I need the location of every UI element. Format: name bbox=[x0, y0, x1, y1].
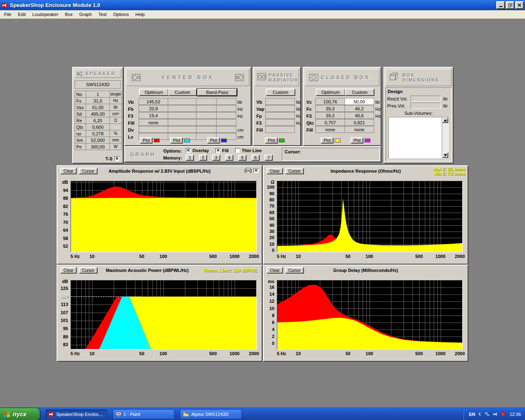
param-value[interactable]: cm² bbox=[110, 110, 122, 117]
param-value[interactable]: 0,707 bbox=[315, 119, 345, 126]
menu-item-graph[interactable]: Graph bbox=[76, 11, 95, 18]
print-icon[interactable] bbox=[244, 168, 252, 173]
close-button[interactable] bbox=[515, 1, 524, 9]
scroll-up-button[interactable] bbox=[442, 117, 448, 123]
pr-custom-button[interactable]: Custom bbox=[266, 89, 295, 96]
param-value[interactable] bbox=[265, 126, 295, 133]
param-value[interactable] bbox=[196, 112, 236, 119]
param-value[interactable]: % bbox=[110, 130, 122, 137]
memory-button-1[interactable]: 1 bbox=[186, 155, 194, 161]
param-value[interactable]: 39,3 bbox=[315, 105, 345, 112]
ts-checkbox[interactable] bbox=[114, 156, 119, 161]
memory-button-4[interactable]: 4 bbox=[225, 155, 233, 161]
taskbar-item-paint[interactable]: 1 - Paint bbox=[113, 409, 174, 419]
param-value[interactable] bbox=[168, 126, 196, 133]
taskbar-item-speakershop[interactable]: SpeakerShop Enclosu... bbox=[46, 409, 107, 419]
param-value[interactable]: 46,2 bbox=[345, 105, 374, 112]
tray-antivirus-icon[interactable] bbox=[501, 412, 505, 416]
vented-custom-button[interactable]: Custom bbox=[168, 89, 197, 96]
power-plot-area[interactable] bbox=[71, 280, 257, 349]
param-value[interactable]: Xm bbox=[75, 137, 86, 144]
param-value[interactable] bbox=[110, 123, 122, 130]
plot-button-closed-optimum[interactable]: Plot bbox=[321, 137, 333, 144]
checkbox-box[interactable] bbox=[235, 148, 240, 153]
param-value[interactable]: single bbox=[110, 91, 122, 98]
checkbox-thin-line[interactable]: Thin Line bbox=[235, 148, 262, 153]
plot-button-vented-optimum[interactable]: Plot bbox=[140, 137, 153, 144]
param-value[interactable]: 1 bbox=[86, 91, 110, 98]
subvolumes-scrollbar[interactable] bbox=[442, 117, 448, 158]
param-value[interactable]: Fs bbox=[75, 97, 86, 104]
memory-button-2[interactable]: 2 bbox=[199, 155, 207, 161]
memory-button-3[interactable]: 3 bbox=[212, 155, 220, 161]
param-value[interactable]: 40,6 bbox=[345, 112, 374, 119]
restore-button[interactable] bbox=[506, 1, 514, 9]
subvolumes-listbox[interactable] bbox=[388, 117, 449, 158]
param-value[interactable] bbox=[168, 119, 196, 126]
param-value[interactable]: 0,821 bbox=[345, 119, 374, 126]
language-indicator[interactable]: EN bbox=[469, 412, 475, 417]
print-checkbox[interactable] bbox=[253, 168, 258, 173]
checkbox-box[interactable] bbox=[186, 148, 191, 153]
param-value[interactable]: none bbox=[139, 119, 168, 126]
param-value[interactable]: 31,0 bbox=[86, 97, 110, 104]
param-value[interactable]: 50,00 bbox=[345, 98, 374, 105]
param-value[interactable] bbox=[265, 119, 295, 126]
plot-button-vented-custom[interactable]: Plot bbox=[170, 137, 183, 144]
param-value[interactable]: 0,278 bbox=[86, 130, 110, 137]
param-value[interactable]: W bbox=[110, 143, 122, 150]
param-value[interactable]: 300,00 bbox=[86, 143, 110, 150]
param-value[interactable]: Pe bbox=[75, 143, 86, 150]
param-value[interactable] bbox=[196, 98, 236, 105]
memory-button-6[interactable]: 6 bbox=[251, 155, 260, 161]
plot-button-vented-bandpass[interactable]: Plot bbox=[207, 137, 220, 144]
param-value[interactable]: Vas bbox=[75, 104, 86, 111]
menu-item-edit[interactable]: Edit bbox=[15, 11, 29, 18]
taskbar-item-alpina-folder[interactable]: Alpina SWS1243D bbox=[180, 409, 242, 419]
param-value[interactable]: Sd bbox=[75, 110, 86, 117]
param-value[interactable] bbox=[168, 112, 196, 119]
param-value[interactable]: 6,20 bbox=[86, 117, 110, 124]
menu-item-test[interactable]: Test bbox=[95, 11, 110, 18]
param-value[interactable] bbox=[168, 105, 196, 112]
scroll-down-button[interactable] bbox=[442, 152, 448, 158]
param-value[interactable]: 0,600 bbox=[86, 123, 110, 130]
memory-button-7[interactable]: 7 bbox=[265, 155, 273, 161]
memory-button-5[interactable]: 5 bbox=[238, 155, 247, 161]
minimize-button[interactable] bbox=[496, 1, 505, 9]
param-value[interactable]: Re bbox=[75, 117, 86, 124]
closed-custom-button[interactable]: Custom bbox=[345, 89, 374, 96]
plot-button-closed-custom[interactable]: Plot bbox=[351, 137, 363, 144]
param-value[interactable] bbox=[265, 105, 295, 112]
param-value[interactable]: none bbox=[345, 126, 374, 133]
param-value[interactable]: No bbox=[75, 91, 86, 98]
param-value[interactable]: 100,76 bbox=[315, 98, 345, 105]
design-label[interactable]: Design bbox=[388, 89, 403, 94]
tray-volume-icon[interactable] bbox=[493, 412, 498, 417]
delay-plot-area[interactable] bbox=[277, 280, 463, 349]
checkbox-box[interactable] bbox=[215, 148, 220, 153]
start-button[interactable]: пуск bbox=[0, 408, 40, 420]
param-value[interactable] bbox=[196, 126, 236, 133]
param-value[interactable]: 145,52 bbox=[139, 98, 168, 105]
plot-button-pr[interactable]: Plot bbox=[265, 137, 278, 144]
menu-item-loudspeaker[interactable]: Loudspeaker bbox=[29, 11, 62, 18]
param-value[interactable]: 52,000 bbox=[86, 137, 110, 144]
vented-bandpass-button[interactable]: Band-Pass bbox=[197, 89, 237, 96]
param-value[interactable]: none bbox=[315, 126, 345, 133]
param-value[interactable]: Qts bbox=[75, 123, 86, 130]
param-value[interactable]: 39,3 bbox=[315, 112, 345, 119]
amplitude-plot-area[interactable] bbox=[71, 181, 257, 252]
menu-item-help[interactable]: Help bbox=[132, 11, 148, 18]
vented-optimum-button[interactable]: Optimum bbox=[139, 89, 169, 96]
checkbox-fill[interactable]: Fill bbox=[215, 148, 228, 153]
param-value[interactable]: mm bbox=[110, 137, 122, 144]
param-value[interactable]: litr bbox=[110, 104, 122, 111]
param-value[interactable]: Hz bbox=[110, 97, 122, 104]
param-value[interactable]: 61,00 bbox=[86, 104, 110, 111]
menu-item-box[interactable]: Box bbox=[62, 11, 76, 18]
tray-network-icon[interactable] bbox=[484, 412, 490, 417]
menu-item-options[interactable]: Options bbox=[110, 11, 132, 18]
param-value[interactable]: 20,9 bbox=[139, 105, 168, 112]
param-value[interactable]: Ω bbox=[110, 117, 122, 124]
